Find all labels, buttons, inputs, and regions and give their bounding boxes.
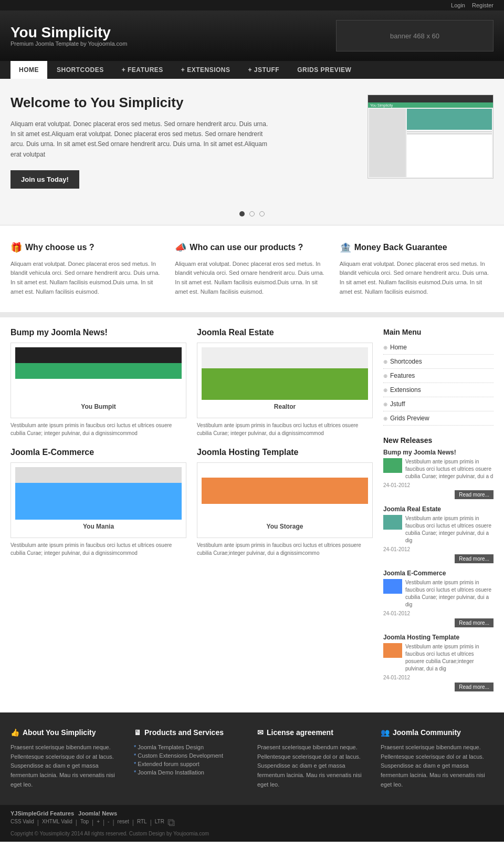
register-link[interactable]: Register [472,2,494,8]
footer-about-title: 👍 About You Simplicity [10,728,123,737]
bottom-sublinks: CSS Valid | XHTML Valid | Top | + | - | … [10,819,494,829]
nav-features[interactable]: + FEATURES [113,61,172,79]
ss-body [368,108,493,178]
hero-section: Welcome to You Simplicity Aliquam erat v… [0,79,504,204]
sidebar-item-shortcodes[interactable]: ⊕ Shortcodes [383,355,494,369]
feature-title-3: 🏦 Money Back Guarantee [340,242,494,253]
dot-3[interactable] [259,211,265,216]
release-item-3: Joomla E-Commerce Vestibulum ante ipsum … [383,570,494,627]
bottom-rtl[interactable]: RTL [137,819,147,829]
bumpit-title: Bump my Joomla News! [10,328,186,337]
bottom-links: YJSimpleGrid Features Joomla! News [10,810,494,817]
youstorage-image [202,467,368,520]
footer-license-title: ✉ License agreement [257,728,370,737]
sidebar-item-features[interactable]: ⊕ Features [383,369,494,383]
release-item-4: Joomla Hosting Template Vestibulum ante … [383,634,494,691]
footer-col-license: ✉ License agreement Praesent scelerisque… [257,728,370,789]
ss-header-bar: You Simplicity [368,102,493,108]
nav-extensions[interactable]: + EXTENSIONS [173,61,239,79]
release-title-2: Joomla Real Estate [383,505,494,513]
sidebar-label-sc: Shortcodes [390,358,422,365]
sidebar-link-grids[interactable]: ⊕ Grids Preview [383,411,494,425]
bottom-xhtml-valid[interactable]: XHTML Valid [42,819,72,829]
footer-community-title: 👥 Joomla Community [381,728,494,737]
megaphone-icon: 📣 [175,242,186,253]
banner: banner 468 x 60 [336,20,494,51]
dot-1[interactable] [239,211,245,216]
youmania-item: You Mania [10,462,186,538]
release-row-4: Vestibulum ante ipsum primis in faucibus… [383,643,494,673]
content-area: Bump my Joomla News! You Bumpit Vestibul… [10,328,373,702]
main-menu-title: Main Menu [383,328,494,336]
sep-3: | [92,819,93,829]
realtor-title: Joomla Real Estate [197,328,373,337]
ss-green [407,109,492,130]
join-button[interactable]: Join us Today! [10,170,79,189]
feature-label-3: Money Back Guarantee [354,243,447,252]
footer-community-label: Joomla Community [393,728,461,737]
release-thumb-2 [383,515,402,530]
bottom-css-valid[interactable]: CSS Valid [10,819,34,829]
sidebar-link-features[interactable]: ⊕ Features [383,369,494,383]
bottom-top[interactable]: Top [80,819,89,829]
bottom-link-joomla[interactable]: Joomla! News [78,810,117,817]
nav-home[interactable]: HOME [10,61,47,79]
nav-grids[interactable]: GRIDS PREVIEW [289,61,360,79]
nav-jstuff[interactable]: + JSTUFF [240,61,288,79]
read-more-btn-1[interactable]: Read more... [455,490,494,499]
footer-col-products: 🖥 Products and Services Joomla Templates… [134,728,247,789]
release-date-4: 24-01-2012 [383,675,494,680]
slideshow-dots [0,204,504,224]
feature-desc-3: Aliquam erat volutpat. Donec placerat er… [340,260,494,296]
bumpit-item: You Bumpit [10,343,186,418]
release-item-1: Bump my Joomla News! Vestibulum ante ips… [383,449,494,499]
sidebar-label-gp: Grids Preview [390,415,429,422]
hero-screenshot: You Simplicity [368,95,494,179]
feature-label-1: Why choose us ? [25,243,94,252]
read-more-btn-3[interactable]: Read more... [455,618,494,627]
release-text-4: Vestibulum ante ipsum primis in faucibus… [405,643,494,673]
logo-subtitle: Premium Joomla Template by Youjoomla.com [10,40,127,47]
sidebar-item-extensions[interactable]: ⊕ Extensions [383,383,494,397]
bumpit-label: You Bumpit [15,403,182,410]
section-bumpit: Bump my Joomla News! You Bumpit Vestibul… [10,328,186,437]
plus-icon-sc: ⊕ [383,359,387,365]
bottom-reset[interactable]: reset [118,819,129,829]
release-title-4: Joomla Hosting Template [383,634,494,641]
read-more-btn-2[interactable]: Read more... [455,554,494,563]
sidebar-item-home[interactable]: ⊕ Home [383,340,494,355]
sidebar-link-shortcodes[interactable]: ⊕ Shortcodes [383,355,494,368]
sidebar-link-home[interactable]: ⊕ Home [383,340,494,354]
sidebar-item-jstuff[interactable]: ⊕ Jstuff [383,397,494,411]
release-text-1: Vestibulum ante ipsum primis in faucibus… [405,458,494,480]
mail-icon: ✉ [257,728,264,737]
bottom-ltr[interactable]: LTR [155,819,164,829]
bottom-link-simplygrid[interactable]: YJSimpleGrid Features [10,810,74,817]
sidebar-label-ex: Extensions [390,386,421,394]
bottom-minus[interactable]: - [108,819,109,829]
feature-desc-1: Aliquam erat volutpat. Donec placerat er… [10,260,164,296]
youstorage-title: Joomla Hosting Template [197,448,373,457]
youstorage-label: You Storage [202,523,368,530]
login-link[interactable]: Login [451,2,465,8]
sep-2: | [76,819,77,829]
footer-list-item-3: Extended forum support [134,760,247,768]
sidebar-label-home: Home [390,344,407,351]
sidebar-link-extensions[interactable]: ⊕ Extensions [383,383,494,397]
read-more-btn-4[interactable]: Read more... [455,683,494,691]
bank-icon: 🏦 [340,242,351,253]
nav-shortcodes[interactable]: SHORTCODES [48,61,112,79]
sidebar-new-releases: New Releases Bump my Joomla News! Vestib… [383,436,494,691]
sidebar: Main Menu ⊕ Home ⊕ Shortcodes ⊕ [383,328,494,702]
plus-icon-js: ⊕ [383,401,387,407]
people-icon: 👥 [381,728,390,737]
sidebar-link-jstuff[interactable]: ⊕ Jstuff [383,397,494,411]
bottom-plus[interactable]: + [97,819,100,829]
logo-title: You Simplicity [10,25,127,41]
sidebar-item-grids[interactable]: ⊕ Grids Preview [383,411,494,426]
footer-list-item-4: Joomla Demo Instatllation [134,768,247,777]
sep-4: | [103,819,104,829]
feature-title-2: 📣 Who can use our products ? [175,242,329,253]
dot-2[interactable] [249,211,255,216]
bumpit-image [15,347,182,400]
